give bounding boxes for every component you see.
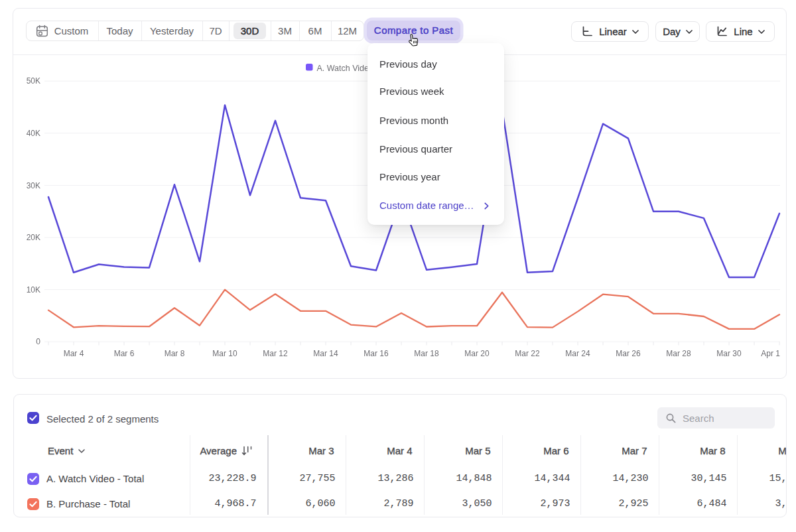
svg-text:10K: 10K [27, 285, 40, 295]
svg-text:50K: 50K [27, 76, 40, 86]
svg-text:0: 0 [36, 337, 40, 346]
svg-text:40K: 40K [27, 129, 40, 138]
svg-text:Mar 8: Mar 8 [165, 349, 185, 358]
svg-text:Mar 10: Mar 10 [212, 349, 237, 358]
svg-text:Mar 12: Mar 12 [263, 349, 288, 358]
svg-text:Mar 4: Mar 4 [64, 349, 84, 358]
svg-text:Mar 22: Mar 22 [515, 349, 540, 358]
svg-text:Mar 16: Mar 16 [364, 349, 389, 358]
svg-text:Mar 30: Mar 30 [716, 349, 742, 358]
svg-text:Apr 1: Apr 1 [761, 349, 780, 358]
svg-text:30K: 30K [27, 181, 40, 190]
svg-text:Mar 26: Mar 26 [616, 349, 641, 358]
svg-text:Mar 14: Mar 14 [313, 349, 338, 358]
svg-text:Mar 20: Mar 20 [464, 349, 490, 358]
svg-text:Mar 18: Mar 18 [414, 349, 439, 358]
svg-text:20K: 20K [27, 233, 40, 242]
svg-text:Mar 28: Mar 28 [666, 349, 691, 358]
svg-text:Mar 6: Mar 6 [114, 349, 135, 358]
svg-text:Mar 24: Mar 24 [565, 349, 590, 358]
